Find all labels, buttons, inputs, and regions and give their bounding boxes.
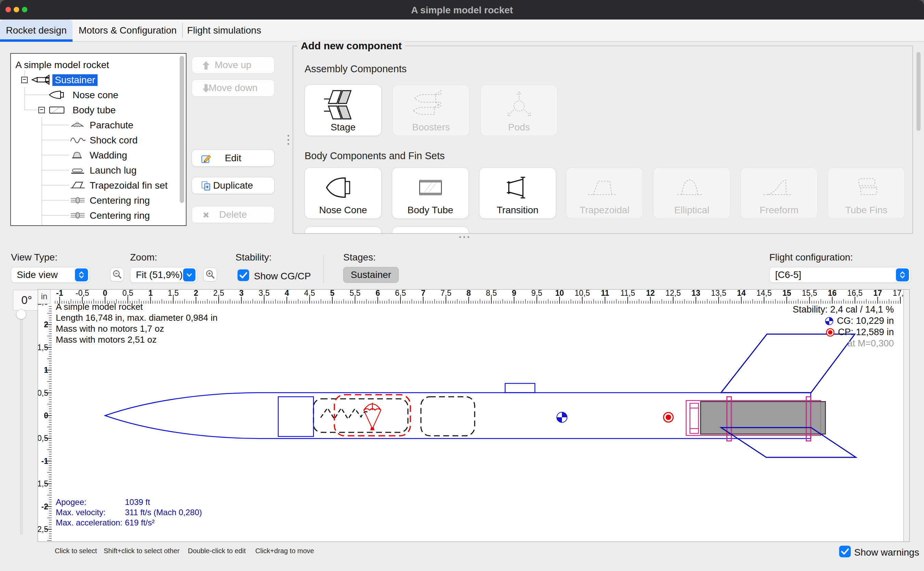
flight-config-select[interactable]: [C6-5] <box>769 267 911 283</box>
tree-item-label: Launch lug <box>87 165 139 176</box>
tree-expander-collapse[interactable]: − <box>38 107 45 113</box>
svg-text:-1,5: -1,5 <box>38 479 48 488</box>
freeform-icon <box>753 170 805 205</box>
vertical-ruler: -2,5-2-1,5-1-0,500,511,522,5 <box>38 304 52 542</box>
tree-item-label: Body tube <box>70 104 118 116</box>
flight-data-row: Max. acceleration:619 ft/s² <box>56 518 202 528</box>
svg-text:8,5: 8,5 <box>486 290 497 298</box>
svg-text:14,5: 14,5 <box>756 290 772 298</box>
component-button-freeform: Freeform <box>741 167 818 219</box>
elliptical-icon <box>666 170 718 205</box>
edit-label: Edit <box>225 153 241 164</box>
svg-text:10,5: 10,5 <box>574 290 590 298</box>
svg-text:10: 10 <box>555 290 564 298</box>
svg-text:1,5: 1,5 <box>38 343 48 352</box>
svg-text:-2,5: -2,5 <box>38 525 48 534</box>
svg-text:2,5: 2,5 <box>213 290 224 298</box>
move-down-label: Move down <box>208 82 257 93</box>
vertical-splitter-handle[interactable] <box>288 135 289 145</box>
transition-icon <box>492 170 544 205</box>
tree-connector <box>42 125 69 125</box>
add-component-panel: Assembly ComponentsStageBoostersPodsBody… <box>293 46 913 234</box>
component-button-stage[interactable]: Stage <box>305 85 382 136</box>
component-tree[interactable]: A simple model rocket−SustainerNose cone… <box>10 53 186 226</box>
tree-item-shock-cord[interactable]: Shock cord <box>11 133 186 148</box>
svg-text:2,5: 2,5 <box>38 304 48 306</box>
tree-item-nose-cone[interactable]: Nose cone <box>11 87 186 102</box>
pods-icon <box>493 88 545 122</box>
rotation-slider-track[interactable] <box>20 314 23 535</box>
svg-text:4: 4 <box>285 290 289 298</box>
tree-item-parachute[interactable]: Parachute <box>11 117 186 133</box>
nose-cone-outline <box>105 393 259 438</box>
tab-motors-configuration[interactable]: Motors & Configuration <box>76 20 179 41</box>
finset-icon <box>69 179 86 191</box>
rotation-slider-knob[interactable] <box>16 309 26 319</box>
zoom-label: Zoom: <box>130 252 157 263</box>
flight-data-row: Apogee:1039 ft <box>56 497 202 507</box>
canvas-scrollbar[interactable] <box>904 290 909 542</box>
edit-icon <box>201 153 211 164</box>
stability-text: Stability: 2,4 cal / 14,1 % <box>793 304 894 315</box>
tree-item-body-tube[interactable]: −Body tube <box>11 102 186 117</box>
component-button-pods: Pods <box>480 85 557 136</box>
component-button-boosters: Boosters <box>393 85 470 136</box>
component-button-elliptical: Elliptical <box>653 167 730 219</box>
tab-rocket-design[interactable]: Rocket design <box>0 20 72 41</box>
svg-text:5,5: 5,5 <box>350 290 360 298</box>
tree-item-root[interactable]: A simple model rocket <box>11 57 186 72</box>
tree-item-wadding[interactable]: Wadding <box>11 148 186 163</box>
view-type-select[interactable]: Side view <box>11 267 90 283</box>
shockcord-icon <box>69 134 86 146</box>
component-button-label: Stage <box>305 122 381 133</box>
component-button-transition[interactable]: Transition <box>479 167 556 219</box>
controls-separator <box>323 255 324 283</box>
svg-text:6,5: 6,5 <box>395 290 406 298</box>
horizontal-splitter-handle[interactable] <box>459 236 469 238</box>
svg-text:1: 1 <box>148 290 152 298</box>
show-warnings-checkbox[interactable] <box>839 546 851 557</box>
tree-item-launch-lug[interactable]: Launch lug <box>11 163 186 177</box>
duplicate-button[interactable]: Duplicate <box>192 177 274 194</box>
svg-text:4,5: 4,5 <box>304 290 315 298</box>
zoom-select[interactable]: Fit (51,9%) <box>130 267 197 283</box>
svg-text:3: 3 <box>239 290 244 298</box>
tree-item-centering-ring[interactable]: Centering ring <box>11 193 186 208</box>
svg-text:13,5: 13,5 <box>711 290 726 298</box>
wadding-outline <box>421 397 475 436</box>
svg-text:11: 11 <box>601 290 610 298</box>
nose-shoulder-outline <box>278 397 314 437</box>
bodytube-icon <box>48 104 66 116</box>
zoom-in-button[interactable] <box>203 268 217 281</box>
edit-button[interactable]: Edit <box>192 150 274 167</box>
tree-item-trapezoidal-fin-set[interactable]: Trapezoidal fin set <box>11 177 186 193</box>
innertube-icon <box>69 225 86 226</box>
tree-item-centering-ring[interactable]: Centering ring <box>11 208 186 223</box>
tree-item-inner-tube[interactable]: +Inner Tube <box>11 223 186 226</box>
component-button-label: Elliptical <box>654 205 730 216</box>
tree-item-label: Sustainer <box>52 74 97 86</box>
delete-icon <box>201 210 211 220</box>
show-cgcp-checkbox[interactable] <box>237 269 249 281</box>
tree-scrollbar[interactable] <box>180 56 184 203</box>
tree-expander-collapse[interactable]: − <box>21 77 28 83</box>
tree-connector <box>24 94 48 95</box>
component-button-partial <box>392 227 469 234</box>
tree-item-sustainer[interactable]: −Sustainer <box>11 72 186 87</box>
delete-button: Delete <box>192 206 274 223</box>
centeringring-icon <box>69 210 86 221</box>
svg-text:-2: -2 <box>42 502 48 511</box>
component-button-body-tube[interactable]: Body Tube <box>392 167 469 219</box>
launch-lug-outline <box>505 383 535 393</box>
zoom-out-button[interactable] <box>110 268 124 281</box>
zoom-value: Fit (51,9%) <box>136 269 183 280</box>
stage-icon <box>317 88 369 122</box>
cg-text: CG: 10,229 in <box>837 316 894 326</box>
svg-text:7,5: 7,5 <box>440 290 451 298</box>
component-button-nose-cone[interactable]: Nose Cone <box>305 167 382 219</box>
stage-toggle-sustainer[interactable]: Sustainer <box>343 267 399 283</box>
tab-flight-simulations[interactable]: Flight simulations <box>185 20 263 41</box>
flight-data-label: Max. velocity: <box>56 507 125 518</box>
panel-scrollbar[interactable] <box>916 52 921 131</box>
tubefins-icon <box>841 170 892 205</box>
